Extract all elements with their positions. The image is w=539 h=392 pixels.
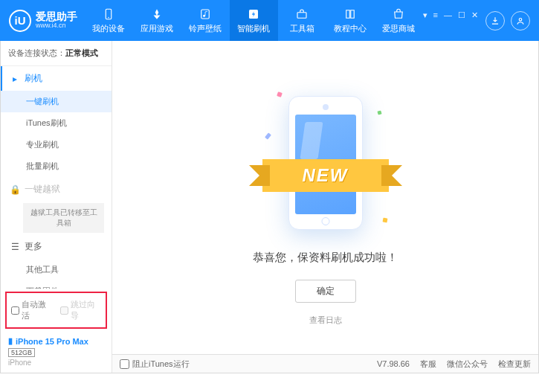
nav-label: 教程中心 bbox=[334, 23, 367, 34]
footer: 阻止iTunes运行 V7.98.66 客服 微信公众号 检查更新 bbox=[112, 354, 538, 373]
lock-icon: 🔒 bbox=[10, 184, 20, 195]
nav-toolbox[interactable]: 工具箱 bbox=[278, 0, 326, 41]
device-storage: 512GB bbox=[8, 348, 35, 357]
auto-activate-checkbox[interactable]: 自动激活 bbox=[11, 299, 53, 321]
device-info: ▮ iPhone 15 Pro Max 512GB iPhone bbox=[1, 332, 112, 373]
sidebar-item-pro[interactable]: 专业刷机 bbox=[1, 134, 112, 155]
svg-rect-5 bbox=[297, 12, 306, 18]
window-controls: ▾ ≡ — ☐ ✕ bbox=[423, 10, 478, 20]
sidebar-section-more[interactable]: ☰ 更多 bbox=[1, 234, 112, 259]
sidebar-item-itunes[interactable]: iTunes刷机 bbox=[1, 112, 112, 134]
sidebar-item-other[interactable]: 其他工具 bbox=[1, 259, 112, 280]
footer-support[interactable]: 客服 bbox=[420, 359, 436, 370]
menu-icon[interactable]: ▾ bbox=[423, 10, 427, 20]
svg-point-6 bbox=[519, 18, 522, 21]
nav-tutorial[interactable]: 教程中心 bbox=[326, 0, 375, 41]
user-button[interactable] bbox=[511, 11, 530, 30]
sidebar-section-jailbreak: 🔒 一键越狱 bbox=[1, 177, 112, 202]
flash-small-icon: ▸ bbox=[10, 74, 20, 84]
logo-icon: iU bbox=[9, 10, 31, 32]
nav-label: 智能刷机 bbox=[237, 23, 270, 34]
nav-label: 工具箱 bbox=[290, 23, 314, 34]
block-itunes-checkbox[interactable]: 阻止iTunes运行 bbox=[120, 359, 190, 370]
device-name[interactable]: ▮ iPhone 15 Pro Max bbox=[8, 336, 104, 346]
svg-point-1 bbox=[108, 16, 109, 18]
jailbreak-note: 越狱工具已转移至工具箱 bbox=[23, 203, 104, 233]
download-button[interactable] bbox=[485, 11, 505, 30]
device-type: iPhone bbox=[8, 359, 104, 367]
skip-guide-checkbox[interactable]: 跳过向导 bbox=[60, 299, 102, 321]
nav-ringtone[interactable]: 铃声壁纸 bbox=[181, 0, 230, 41]
shop-icon bbox=[391, 7, 406, 21]
titlebar: iU 爱思助手 www.i4.cn 我的设备 应用游戏 铃声壁纸 智能刷机 工具… bbox=[0, 0, 539, 41]
toolbox-icon bbox=[294, 7, 309, 21]
brand-title: 爱思助手 bbox=[36, 11, 77, 22]
new-ribbon: NEW bbox=[262, 159, 389, 192]
phone-icon: ▮ bbox=[8, 336, 13, 346]
version-text: V7.98.66 bbox=[377, 359, 410, 368]
nav-flash[interactable]: 智能刷机 bbox=[230, 0, 278, 41]
sidebar-item-batch[interactable]: 批量刷机 bbox=[1, 155, 112, 177]
footer-wechat[interactable]: 微信公众号 bbox=[447, 359, 488, 370]
sidebar: 设备连接状态：正常模式 ▸ 刷机 一键刷机 iTunes刷机 专业刷机 批量刷机… bbox=[1, 41, 112, 373]
success-message: 恭喜您，保资料刷机成功啦！ bbox=[253, 251, 398, 265]
nav-label: 应用游戏 bbox=[141, 23, 173, 34]
more-icon: ☰ bbox=[10, 242, 20, 252]
book-icon bbox=[343, 7, 358, 21]
menu-list-icon[interactable]: ≡ bbox=[433, 10, 438, 20]
nav-label: 铃声壁纸 bbox=[189, 23, 222, 34]
ok-button[interactable]: 确定 bbox=[295, 280, 356, 303]
device-icon bbox=[101, 7, 116, 21]
nav-shop[interactable]: 爱思商城 bbox=[375, 0, 423, 41]
connection-status: 设备连接状态：正常模式 bbox=[1, 41, 112, 66]
svg-point-3 bbox=[203, 14, 205, 16]
sidebar-section-flash[interactable]: ▸ 刷机 bbox=[1, 66, 112, 91]
maximize-icon[interactable]: ☐ bbox=[458, 10, 465, 20]
success-illustration: NEW bbox=[270, 89, 381, 237]
sidebar-item-oneclick[interactable]: 一键刷机 bbox=[1, 91, 112, 112]
nav-label: 我的设备 bbox=[92, 23, 125, 34]
nav-label: 爱思商城 bbox=[382, 23, 415, 34]
brand-url: www.i4.cn bbox=[36, 22, 77, 30]
sidebar-item-download[interactable]: 下载固件 bbox=[1, 280, 112, 289]
nav-my-device[interactable]: 我的设备 bbox=[85, 0, 133, 41]
view-log-link[interactable]: 查看日志 bbox=[309, 315, 342, 326]
top-nav: 我的设备 应用游戏 铃声壁纸 智能刷机 工具箱 教程中心 爱思商城 bbox=[85, 0, 423, 41]
brand-logo: iU 爱思助手 www.i4.cn bbox=[9, 10, 85, 32]
app-icon bbox=[149, 7, 164, 21]
nav-apps[interactable]: 应用游戏 bbox=[133, 0, 181, 41]
main-panel: NEW 恭喜您，保资料刷机成功啦！ 确定 查看日志 阻止iTunes运行 V7.… bbox=[112, 41, 538, 373]
minimize-icon[interactable]: — bbox=[444, 10, 452, 20]
flash-icon bbox=[246, 7, 261, 21]
music-icon bbox=[198, 7, 213, 21]
footer-update[interactable]: 检查更新 bbox=[498, 359, 531, 370]
close-icon[interactable]: ✕ bbox=[471, 10, 478, 20]
options-box: 自动激活 跳过向导 bbox=[5, 292, 107, 329]
